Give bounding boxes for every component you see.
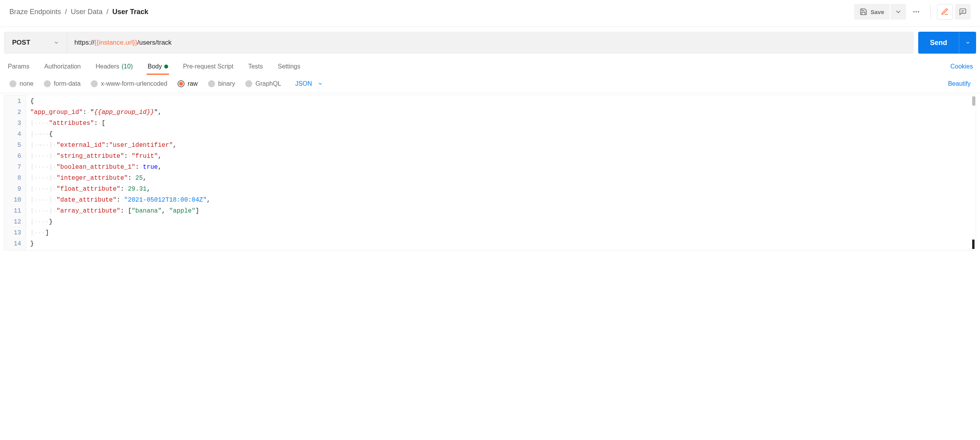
radio-binary-label: binary <box>218 80 235 87</box>
radio-graphql[interactable]: GraphQL <box>245 80 281 87</box>
line-number: 14 <box>14 238 21 249</box>
chevron-down-icon <box>318 81 323 87</box>
radio-icon <box>245 80 252 87</box>
text-cursor <box>972 240 975 249</box>
line-number: 10 <box>14 195 21 206</box>
line-number: 3 <box>14 118 21 129</box>
url-input[interactable]: https://{{instance.url}}/users/track <box>67 39 179 47</box>
line-number: 13 <box>14 227 21 238</box>
radio-none-label: none <box>20 80 34 87</box>
breadcrumb-current: User Track <box>112 8 148 16</box>
headers-count: (10) <box>122 63 133 70</box>
method-select[interactable]: POST <box>4 32 67 53</box>
divider <box>930 5 931 19</box>
tab-authorization[interactable]: Authorization <box>43 58 81 75</box>
top-bar: Braze Endpoints / User Data / User Track… <box>0 0 980 27</box>
radio-icon <box>91 80 98 87</box>
body-type-radios: none form-data x-www-form-urlencoded raw… <box>9 80 323 87</box>
save-label: Save <box>871 9 884 15</box>
svg-point-0 <box>914 11 915 12</box>
tab-prerequest[interactable]: Pre-request Script <box>182 58 234 75</box>
comment-icon <box>959 8 967 16</box>
tab-headers[interactable]: Headers (10) <box>95 58 134 75</box>
save-icon <box>860 8 867 16</box>
tab-settings[interactable]: Settings <box>277 58 301 75</box>
method-label: POST <box>12 39 30 47</box>
unsaved-dot-icon <box>164 65 168 69</box>
radio-raw[interactable]: raw <box>178 80 198 87</box>
ellipsis-icon <box>912 8 920 16</box>
body-language-select[interactable]: JSON <box>295 80 323 87</box>
tab-params[interactable]: Params <box>7 58 30 75</box>
radio-icon <box>9 80 16 87</box>
code-content[interactable]: { "app_group_id":·"{{app_group_id}}", |·… <box>26 95 976 250</box>
tab-body-label: Body <box>147 63 162 70</box>
line-number: 4 <box>14 129 21 140</box>
radio-icon <box>178 80 185 87</box>
language-label: JSON <box>295 80 312 87</box>
radio-binary[interactable]: binary <box>208 80 235 87</box>
svg-point-1 <box>915 11 917 12</box>
radio-formdata-label: form-data <box>54 80 81 87</box>
beautify-link[interactable]: Beautify <box>948 80 971 87</box>
editor-wrap: 1 2 3 4 5 6 7 8 9 10 11 12 13 14 { "app_… <box>0 93 980 254</box>
radio-urlencoded[interactable]: x-www-form-urlencoded <box>91 80 167 87</box>
body-type-row: none form-data x-www-form-urlencoded raw… <box>0 75 980 93</box>
pencil-icon <box>941 8 949 16</box>
save-options-button[interactable] <box>890 4 906 20</box>
radio-graphql-label: GraphQL <box>255 80 281 87</box>
line-number: 6 <box>14 151 21 162</box>
send-options-button[interactable] <box>959 32 976 54</box>
edit-button[interactable] <box>937 4 953 20</box>
line-number: 9 <box>14 184 21 195</box>
breadcrumb-root[interactable]: Braze Endpoints <box>9 8 61 16</box>
url-variable: {{instance.url}} <box>94 39 137 47</box>
radio-none[interactable]: none <box>9 80 34 87</box>
save-button-group: Save <box>854 4 906 20</box>
breadcrumb: Braze Endpoints / User Data / User Track <box>9 8 148 16</box>
breadcrumb-sep: / <box>65 8 67 16</box>
line-number: 11 <box>14 206 21 216</box>
line-number: 12 <box>14 216 21 227</box>
request-url-row: POST https://{{instance.url}}/users/trac… <box>0 27 980 58</box>
chevron-down-icon <box>894 8 902 16</box>
line-number: 5 <box>14 140 21 151</box>
code-editor[interactable]: 1 2 3 4 5 6 7 8 9 10 11 12 13 14 { "app_… <box>4 95 976 251</box>
url-box: POST https://{{instance.url}}/users/trac… <box>4 32 914 54</box>
url-suffix: /users/track <box>137 39 172 47</box>
comments-button[interactable] <box>955 4 971 20</box>
breadcrumb-group[interactable]: User Data <box>71 8 102 16</box>
send-button[interactable]: Send <box>918 32 959 54</box>
chevron-down-icon <box>54 40 59 45</box>
send-button-group: Send <box>918 32 976 54</box>
more-options-button[interactable] <box>908 4 924 20</box>
tab-body[interactable]: Body <box>147 58 169 75</box>
request-tabs-row: Params Authorization Headers (10) Body P… <box>0 58 980 75</box>
tab-headers-label: Headers <box>96 63 119 70</box>
radio-icon <box>208 80 215 87</box>
line-number: 8 <box>14 173 21 184</box>
radio-form-data[interactable]: form-data <box>44 80 81 87</box>
url-prefix: https:// <box>74 39 94 47</box>
line-number: 7 <box>14 162 21 173</box>
tab-tests[interactable]: Tests <box>248 58 264 75</box>
cookies-link[interactable]: Cookies <box>950 63 973 70</box>
top-actions: Save <box>854 4 971 20</box>
radio-urlencoded-label: x-www-form-urlencoded <box>101 80 167 87</box>
request-tabs: Params Authorization Headers (10) Body P… <box>7 58 301 75</box>
line-number: 1 <box>14 96 21 107</box>
line-gutter: 1 2 3 4 5 6 7 8 9 10 11 12 13 14 <box>4 95 26 250</box>
radio-icon <box>44 80 51 87</box>
chevron-down-icon <box>965 40 971 45</box>
radio-raw-label: raw <box>188 80 198 87</box>
svg-point-2 <box>918 11 919 12</box>
save-button[interactable]: Save <box>854 4 890 20</box>
scrollbar-thumb[interactable] <box>972 96 975 106</box>
line-number: 2 <box>14 107 21 118</box>
breadcrumb-sep: / <box>106 8 108 16</box>
